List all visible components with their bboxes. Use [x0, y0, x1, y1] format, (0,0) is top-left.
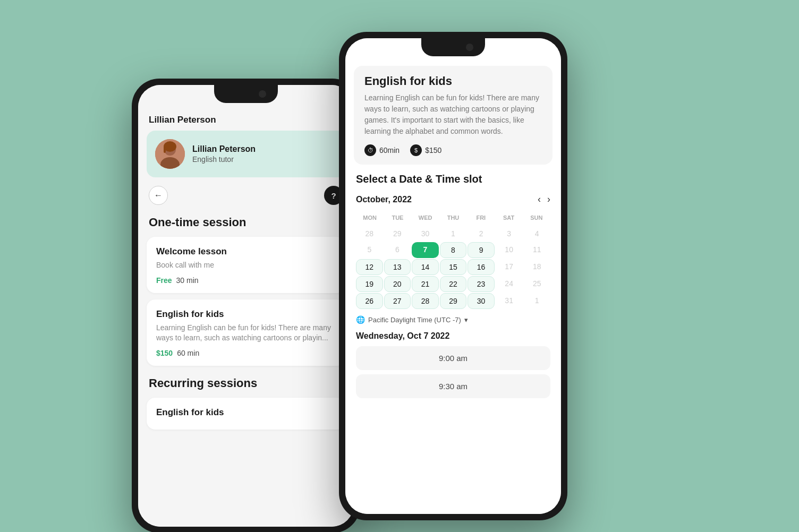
cal-cell-w4d1[interactable]: 27: [384, 293, 411, 309]
cal-cell-w0d6: 4: [523, 226, 550, 241]
calendar-header: MON TUE WED THU FRI SAT SUN: [356, 212, 550, 223]
day-header-fri: FRI: [467, 212, 495, 223]
month-nav-buttons: ‹ ›: [538, 194, 550, 205]
selected-date-label: Wednesday, Oct 7 2022: [345, 324, 561, 346]
cal-cell-w3d6: 25: [523, 276, 550, 292]
cal-cell-w3d1[interactable]: 20: [384, 276, 411, 292]
cal-cell-w2d0[interactable]: 12: [356, 259, 383, 275]
phone-left: Lillian Peterson Lillian Peterson Engl: [132, 79, 360, 532]
cal-cell-w3d2[interactable]: 21: [412, 276, 439, 292]
phone1-content: Lillian Peterson Lillian Peterson Engl: [138, 85, 354, 527]
lesson-detail-desc: Learning English can be fun for kids! Th…: [364, 92, 542, 137]
next-month-button[interactable]: ›: [547, 194, 550, 205]
phone2-content: English for kids Learning English can be…: [345, 38, 561, 514]
cal-cell-w1d2[interactable]: 7: [412, 242, 439, 258]
phone1-camera: [259, 90, 266, 98]
phone1-notch: [214, 85, 278, 103]
time-slot-1[interactable]: 9:30 am: [356, 374, 550, 398]
cal-cell-w4d0[interactable]: 26: [356, 293, 383, 309]
recurring-english-kids-title: English for kids: [156, 407, 336, 418]
day-header-wed: WED: [412, 212, 439, 223]
lesson-detail-meta: ⏱ 60min $ $150: [364, 144, 542, 156]
cal-cell-w3d5: 24: [496, 276, 523, 292]
clock-icon: ⏱: [364, 144, 376, 156]
cal-cell-w2d4[interactable]: 16: [468, 259, 495, 275]
cal-cell-w0d3: 1: [440, 226, 467, 241]
svg-rect-4: [164, 147, 166, 153]
timezone-chevron: ▾: [464, 316, 468, 324]
day-header-sun: SUN: [523, 212, 550, 223]
dollar-icon: $: [410, 144, 422, 156]
cal-cell-w0d5: 3: [496, 226, 523, 241]
prev-month-button[interactable]: ‹: [538, 194, 541, 205]
cal-cell-w1d1: 6: [384, 242, 411, 258]
cal-cell-w1d4[interactable]: 9: [468, 242, 495, 258]
cal-cell-w2d5: 17: [496, 259, 523, 275]
tutor-card[interactable]: Lillian Peterson English tutor: [147, 131, 345, 177]
english-kids-duration: 60 min: [177, 349, 199, 357]
cal-cell-w1d6: 11: [523, 242, 550, 258]
english-kids-card[interactable]: English for kids Learning English can be…: [147, 299, 345, 366]
cal-cell-w4d3[interactable]: 29: [440, 293, 467, 309]
lesson-detail-title: English for kids: [364, 74, 542, 88]
tutor-avatar: [155, 139, 185, 169]
back-button[interactable]: ←: [149, 186, 168, 205]
day-header-sat: SAT: [495, 212, 522, 223]
cal-cell-w2d6: 18: [523, 259, 550, 275]
calendar-body: 2829301234567891011121314151617181920212…: [356, 226, 550, 309]
month-nav: October, 2022 ‹ ›: [356, 194, 550, 205]
cal-cell-w4d2[interactable]: 28: [412, 293, 439, 309]
cal-cell-w0d0: 28: [356, 226, 383, 241]
duration-meta: ⏱ 60min: [364, 144, 400, 156]
welcome-lesson-desc: Book call with me: [156, 260, 336, 271]
cal-cell-w3d0[interactable]: 19: [356, 276, 383, 292]
lesson-detail-header: English for kids Learning English can be…: [354, 66, 552, 165]
price-meta: $ $150: [410, 144, 441, 156]
welcome-lesson-meta: Free 30 min: [156, 276, 336, 285]
cal-cell-w3d3[interactable]: 22: [440, 276, 467, 292]
tutor-role: English tutor: [192, 155, 256, 164]
phone2-screen: English for kids Learning English can be…: [345, 38, 561, 514]
phone1-screen: Lillian Peterson Lillian Peterson Engl: [138, 85, 354, 527]
cal-cell-w1d3[interactable]: 8: [440, 242, 467, 258]
phone1-nav: ← ?: [138, 177, 354, 213]
welcome-lesson-duration: 30 min: [176, 276, 199, 285]
english-kids-price: $150: [156, 349, 173, 357]
day-header-mon: MON: [356, 212, 384, 223]
cal-cell-w2d1[interactable]: 13: [384, 259, 411, 275]
welcome-lesson-title: Welcome lesson: [156, 246, 336, 257]
cal-cell-w4d5: 31: [496, 293, 523, 309]
english-kids-title: English for kids: [156, 309, 336, 320]
cal-cell-w4d6: 1: [523, 293, 550, 309]
month-label: October, 2022: [356, 195, 412, 204]
welcome-lesson-card[interactable]: Welcome lesson Book call with me Free 30…: [147, 237, 345, 293]
globe-icon: 🌐: [356, 315, 365, 324]
duration-value: 60min: [379, 146, 400, 155]
calendar-grid: MON TUE WED THU FRI SAT SUN 282930123456…: [356, 212, 550, 309]
cal-cell-w2d2[interactable]: 14: [412, 259, 439, 275]
english-kids-meta: $150 60 min: [156, 349, 336, 357]
day-header-tue: TUE: [384, 212, 411, 223]
welcome-lesson-price: Free: [156, 276, 172, 285]
cal-cell-w2d3[interactable]: 15: [440, 259, 467, 275]
timezone-label: Pacific Daylight Time (UTC -7): [368, 316, 461, 324]
tutor-info: Lillian Peterson English tutor: [192, 144, 256, 164]
cal-cell-w4d4[interactable]: 30: [468, 293, 495, 309]
recurring-english-kids-card[interactable]: English for kids: [147, 398, 345, 430]
cal-cell-w3d4[interactable]: 23: [468, 276, 495, 292]
price-value: $150: [425, 146, 441, 155]
cal-cell-w1d5: 10: [496, 242, 523, 258]
day-header-thu: THU: [439, 212, 467, 223]
phone-right: English for kids Learning English can be…: [339, 32, 567, 520]
phone1-header-name: Lillian Peterson: [138, 108, 354, 131]
cal-cell-w1d0: 5: [356, 242, 383, 258]
timezone-row[interactable]: 🌐 Pacific Daylight Time (UTC -7) ▾: [356, 309, 550, 324]
phone2-camera: [466, 44, 473, 51]
cal-cell-w0d2: 30: [412, 226, 439, 241]
english-kids-desc: Learning English can be fun for kids! Th…: [156, 323, 336, 344]
calendar-section: Select a Date & Time slot October, 2022 …: [345, 165, 561, 324]
recurring-section-title: Recurring sessions: [138, 372, 354, 398]
time-slot-0[interactable]: 9:00 am: [356, 346, 550, 370]
phone2-notch: [421, 38, 485, 56]
cal-cell-w0d4: 2: [468, 226, 495, 241]
